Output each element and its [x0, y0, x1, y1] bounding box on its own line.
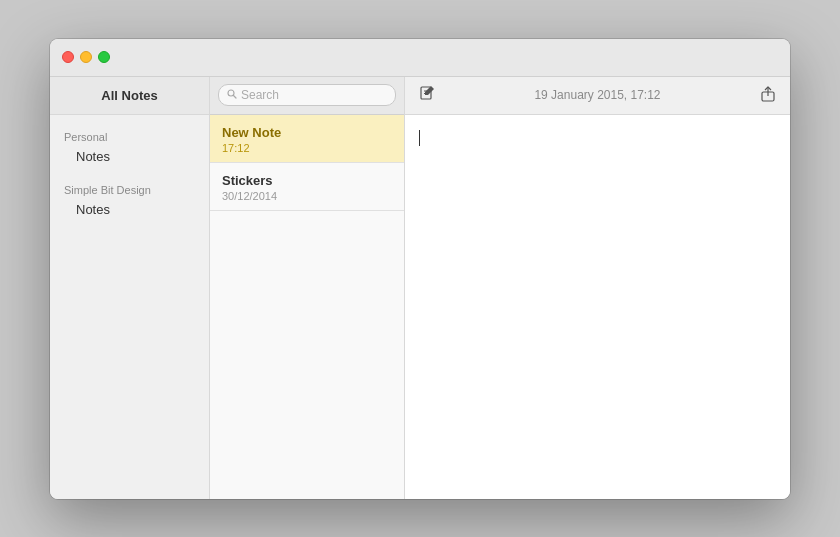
traffic-lights — [50, 51, 110, 63]
main-window: All Notes Personal Notes Simple Bit Desi… — [50, 39, 790, 499]
sidebar-item-notes-sbd[interactable]: Notes — [54, 199, 205, 220]
minimize-button[interactable] — [80, 51, 92, 63]
editor-date: 19 January 2015, 17:12 — [534, 88, 660, 102]
note-item-stickers[interactable]: Stickers 30/12/2014 — [210, 163, 404, 211]
share-icon[interactable] — [760, 86, 776, 105]
note-title-stickers: Stickers — [222, 173, 392, 188]
editor: 19 January 2015, 17:12 — [405, 77, 790, 499]
sidebar-section-personal: Personal Notes — [50, 115, 209, 168]
section-label-sbd: Simple Bit Design — [50, 180, 209, 198]
text-cursor — [419, 130, 420, 146]
search-icon — [227, 89, 237, 101]
note-item-new-note[interactable]: New Note 17:12 — [210, 115, 404, 163]
sidebar: All Notes Personal Notes Simple Bit Desi… — [50, 77, 210, 499]
content-area: All Notes Personal Notes Simple Bit Desi… — [50, 77, 790, 499]
close-button[interactable] — [62, 51, 74, 63]
editor-content[interactable] — [405, 115, 790, 499]
titlebar — [50, 39, 790, 77]
sidebar-item-notes-personal[interactable]: Notes — [54, 146, 205, 167]
note-date-new-note: 17:12 — [222, 142, 392, 154]
sidebar-section-sbd: Simple Bit Design Notes — [50, 168, 209, 221]
all-notes-label: All Notes — [101, 88, 157, 103]
editor-toolbar: 19 January 2015, 17:12 — [405, 77, 790, 115]
notes-list: Search New Note 17:12 Stickers 30/12/201… — [210, 77, 405, 499]
search-placeholder: Search — [241, 88, 279, 102]
note-title-new-note: New Note — [222, 125, 392, 140]
compose-icon[interactable] — [419, 85, 435, 105]
search-box[interactable]: Search — [218, 84, 396, 106]
section-label-personal: Personal — [50, 127, 209, 145]
notes-list-toolbar: Search — [210, 77, 404, 115]
sidebar-header: All Notes — [50, 77, 209, 115]
note-date-stickers: 30/12/2014 — [222, 190, 392, 202]
maximize-button[interactable] — [98, 51, 110, 63]
svg-line-1 — [234, 96, 237, 99]
